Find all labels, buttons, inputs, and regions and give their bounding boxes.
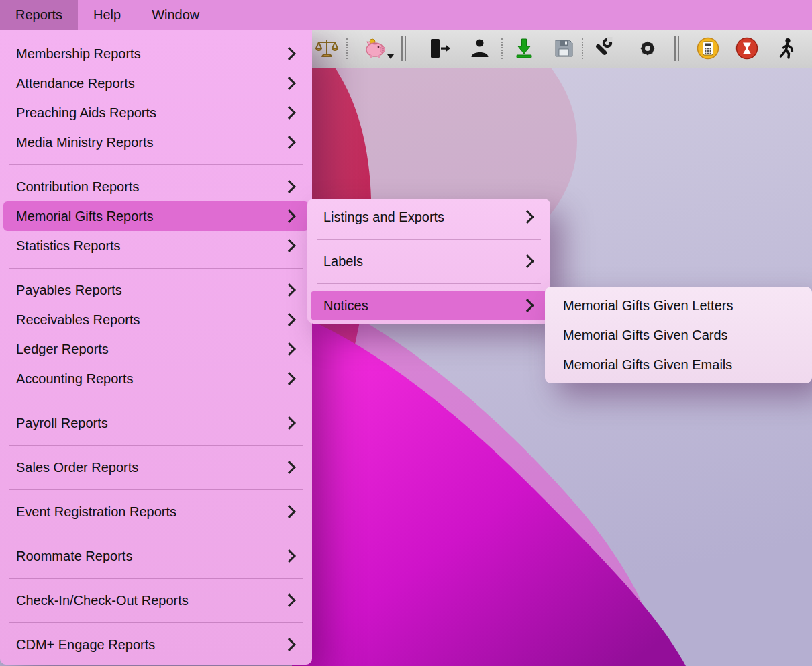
chevron-right-icon: [283, 180, 296, 193]
menu-item-label: Contribution Reports: [16, 179, 139, 195]
calculator-icon[interactable]: [696, 36, 720, 60]
toolbar-separator: [346, 38, 348, 59]
menu-separator: [0, 482, 312, 497]
menu-separator: [0, 438, 312, 453]
chevron-right-icon: [283, 638, 296, 651]
scales-icon[interactable]: [315, 36, 339, 60]
menu-item-attendance-reports[interactable]: Attendance Reports: [3, 68, 309, 98]
chevron-right-icon: [283, 47, 296, 60]
chevron-right-icon: [283, 136, 296, 149]
menu-item-memorial-gifts-given-emails[interactable]: Memorial Gifts Given Emails: [548, 350, 809, 379]
menu-item-sales-order-reports[interactable]: Sales Order Reports: [3, 453, 309, 482]
toolbar-separator: [401, 36, 406, 61]
menu-separator: [0, 393, 312, 408]
menu-item-label: Accounting Reports: [16, 371, 134, 387]
menubar-item-reports[interactable]: Reports: [0, 0, 78, 30]
menu-item-contribution-reports[interactable]: Contribution Reports: [3, 172, 309, 201]
chevron-right-icon: [283, 313, 296, 326]
walking-person-icon[interactable]: [774, 36, 799, 60]
menu-item-label: Memorial Gifts Given Emails: [563, 357, 732, 373]
menu-item-event-registration-reports[interactable]: Event Registration Reports: [3, 497, 309, 526]
menu-item-label: Memorial Gifts Reports: [16, 209, 154, 224]
menu-item-receivables-reports[interactable]: Receivables Reports: [3, 305, 309, 334]
menu-item-label: Payables Reports: [16, 283, 122, 298]
menu-item-labels[interactable]: Labels: [311, 246, 547, 276]
download-icon[interactable]: [512, 36, 536, 60]
menu-item-memorial-gifts-reports[interactable]: Memorial Gifts Reports: [3, 201, 309, 231]
piggy-bank-icon[interactable]: [364, 36, 388, 60]
menu-item-label: CDM+ Engage Reports: [16, 637, 155, 653]
chevron-right-icon: [283, 549, 296, 563]
save-icon[interactable]: [552, 36, 576, 60]
menu-item-memorial-gifts-given-cards[interactable]: Memorial Gifts Given Cards: [548, 320, 809, 350]
hourglass-icon[interactable]: [735, 36, 759, 60]
menu-separator: [0, 615, 312, 630]
chevron-right-icon: [283, 209, 296, 223]
chevron-right-icon: [283, 77, 296, 90]
menu-item-membership-reports[interactable]: Membership Reports: [3, 39, 309, 68]
chevron-right-icon: [283, 593, 296, 607]
chevron-right-icon: [283, 416, 296, 430]
menu-item-payables-reports[interactable]: Payables Reports: [3, 275, 309, 305]
chevron-right-icon: [521, 254, 534, 268]
toolbar-separator: [501, 38, 503, 59]
chevron-right-icon: [283, 239, 296, 252]
chevron-right-icon: [283, 372, 296, 385]
menu-item-check-in-check-out-reports[interactable]: Check-In/Check-Out Reports: [3, 585, 309, 615]
desktop: Reports Help Window Membership Reports A…: [0, 0, 812, 666]
menu-item-roommate-reports[interactable]: Roommate Reports: [3, 541, 309, 571]
menu-separator: [307, 276, 550, 291]
menubar-item-help[interactable]: Help: [78, 0, 136, 30]
menu-item-ledger-reports[interactable]: Ledger Reports: [3, 334, 309, 364]
chevron-right-icon: [283, 461, 296, 474]
chevron-right-icon: [283, 283, 296, 297]
menu-item-media-ministry-reports[interactable]: Media Ministry Reports: [3, 128, 309, 157]
toolbar-separator: [674, 36, 679, 61]
toolbar-separator: [582, 38, 583, 59]
chevron-right-icon: [521, 210, 534, 224]
menu-item-label: Memorial Gifts Given Cards: [563, 328, 728, 343]
menu-item-label: Check-In/Check-Out Reports: [16, 593, 189, 608]
menu-item-label: Attendance Reports: [16, 76, 135, 91]
menu-item-label: Ledger Reports: [16, 342, 109, 357]
person-icon[interactable]: [468, 36, 492, 60]
menu-item-label: Receivables Reports: [16, 312, 140, 328]
menu-item-notices[interactable]: Notices: [311, 291, 547, 320]
menu-separator: [0, 571, 312, 585]
chevron-right-icon: [521, 299, 534, 312]
menu-item-accounting-reports[interactable]: Accounting Reports: [3, 364, 309, 393]
chevron-right-icon: [283, 342, 296, 356]
menu-separator: [0, 157, 312, 172]
menu-item-listings-and-exports[interactable]: Listings and Exports: [311, 202, 547, 232]
menubar-item-window-label: Window: [152, 7, 199, 23]
memorial-gifts-submenu: Listings and Exports Labels Notices: [307, 199, 550, 324]
menu-item-label: Media Ministry Reports: [16, 135, 154, 150]
menu-item-label: Sales Order Reports: [16, 460, 138, 475]
exit-door-icon[interactable]: [427, 36, 452, 60]
menu-item-label: Roommate Reports: [16, 549, 132, 564]
chevron-right-icon: [283, 505, 296, 518]
notices-submenu: Memorial Gifts Given Letters Memorial Gi…: [545, 287, 812, 383]
menu-item-payroll-reports[interactable]: Payroll Reports: [3, 408, 309, 438]
menu-item-label: Statistics Reports: [16, 238, 121, 254]
menubar-item-window[interactable]: Window: [136, 0, 215, 30]
menubar-item-help-label: Help: [93, 7, 121, 23]
gear-icon[interactable]: [636, 36, 660, 60]
menu-separator: [0, 526, 312, 541]
reports-menu: Membership Reports Attendance Reports Pr…: [0, 30, 312, 665]
menu-item-label: Memorial Gifts Given Letters: [563, 298, 733, 314]
menu-item-cdm-engage-reports[interactable]: CDM+ Engage Reports: [3, 630, 309, 659]
menu-item-label: Listings and Exports: [323, 209, 444, 225]
wrench-icon[interactable]: [591, 36, 615, 60]
menu-item-label: Preaching Aids Reports: [16, 105, 156, 121]
menu-item-label: Payroll Reports: [16, 416, 108, 431]
menu-item-label: Membership Reports: [16, 46, 141, 62]
menu-separator: [307, 232, 550, 246]
menu-item-preaching-aids-reports[interactable]: Preaching Aids Reports: [3, 98, 309, 128]
menu-item-label: Event Registration Reports: [16, 504, 176, 520]
chevron-right-icon: [283, 106, 296, 120]
menu-item-memorial-gifts-given-letters[interactable]: Memorial Gifts Given Letters: [548, 291, 809, 320]
menu-item-statistics-reports[interactable]: Statistics Reports: [3, 231, 309, 260]
dropdown-arrow-icon: [387, 54, 394, 59]
menu-separator: [0, 260, 312, 275]
